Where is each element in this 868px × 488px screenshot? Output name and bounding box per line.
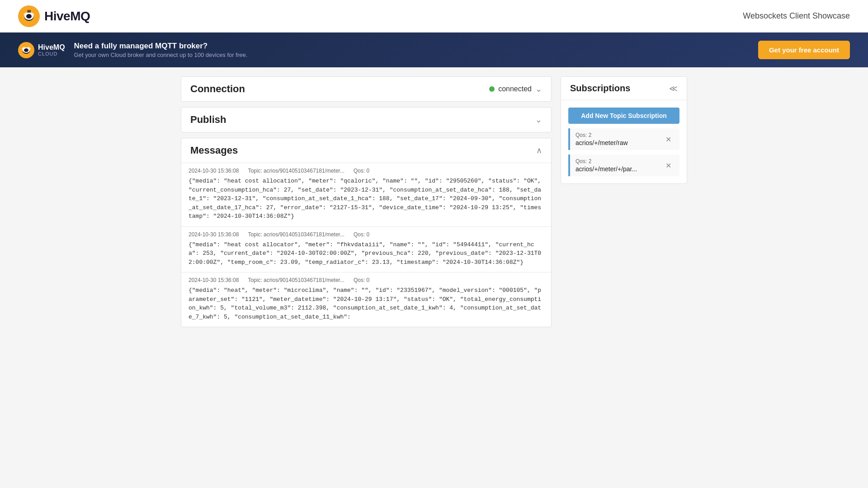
logo-area: HiveMQ — [18, 5, 90, 27]
subscriptions-header: Subscriptions ≪ — [561, 77, 687, 100]
add-subscription-button[interactable]: Add New Topic Subscription — [568, 108, 679, 124]
message-body: {"media": "heat cost allocator", "meter"… — [189, 240, 544, 267]
left-column: Connection connected ⌄ Publish ⌄ Message… — [181, 76, 552, 327]
message-qos: Qos: 0 — [354, 231, 369, 238]
subscriptions-chevron-icon[interactable]: ≪ — [669, 84, 678, 94]
publish-title: Publish — [190, 114, 226, 126]
message-timestamp: 2024-10-30 15:36:08 — [189, 168, 239, 174]
subscription-topic: acrios/+/meter/+/par... — [576, 165, 637, 173]
connection-section: Connection connected ⌄ — [181, 76, 552, 102]
banner-logo: HiveMQ CLOUD — [18, 42, 65, 58]
message-topic: Topic: acrios/901405103467181/meter... — [248, 231, 344, 238]
connection-title: Connection — [190, 83, 245, 95]
message-topic: Topic: acrios/901405103467181/meter... — [248, 168, 344, 174]
subscription-topic: acrios/+/meter/raw — [576, 139, 628, 146]
message-meta: 2024-10-30 15:36:08 Topic: acrios/901405… — [189, 231, 544, 238]
svg-rect-7 — [29, 10, 31, 13]
banner-logo-sub: CLOUD — [38, 51, 65, 56]
message-body: {"media": "heat", "meter": "microclima",… — [189, 286, 544, 321]
hivemq-logo-icon — [18, 5, 40, 27]
message-meta: 2024-10-30 15:36:08 Topic: acrios/901405… — [189, 168, 544, 174]
subscription-info: Qos: 2 acrios/+/meter/+/par... — [576, 158, 637, 173]
message-meta: 2024-10-30 15:36:08 Topic: acrios/901405… — [189, 277, 544, 283]
subscription-item: Qos: 2 acrios/+/meter/raw ✕ — [568, 128, 679, 150]
messages-chevron-icon[interactable]: ∧ — [536, 145, 542, 155]
message-item: 2024-10-30 15:36:08 Topic: acrios/901405… — [181, 227, 551, 273]
message-qos: Qos: 0 — [354, 277, 369, 283]
app-title: Websockets Client Showcase — [743, 11, 850, 21]
subscription-qos: Qos: 2 — [576, 132, 628, 138]
promo-banner: HiveMQ CLOUD Need a fully managed MQTT b… — [0, 33, 868, 67]
message-timestamp: 2024-10-30 15:36:08 — [189, 231, 239, 238]
banner-logo-text-area: HiveMQ CLOUD — [38, 43, 65, 57]
status-dot-icon — [489, 86, 495, 92]
banner-bee-icon — [18, 42, 34, 58]
connection-status: connected ⌄ — [489, 84, 542, 94]
app-header: HiveMQ Websockets Client Showcase — [0, 0, 868, 33]
message-qos: Qos: 0 — [354, 168, 369, 174]
svg-rect-6 — [28, 10, 29, 13]
banner-subtitle: Get your own Cloud broker and connect up… — [74, 52, 749, 58]
subscriptions-section: Subscriptions ≪ Add New Topic Subscripti… — [561, 76, 687, 184]
messages-section: Messages ∧ 2024-10-30 15:36:08 Topic: ac… — [181, 138, 552, 327]
messages-title: Messages — [190, 145, 238, 156]
message-topic: Topic: acrios/901405103467181/meter... — [248, 277, 344, 283]
subscription-qos: Qos: 2 — [576, 158, 637, 164]
banner-logo-name: HiveMQ — [38, 43, 65, 52]
publish-chevron-icon[interactable]: ⌄ — [535, 115, 542, 125]
banner-title: Need a fully managed MQTT broker? — [74, 42, 749, 51]
status-text: connected — [498, 85, 532, 93]
logo-text: HiveMQ — [44, 9, 90, 23]
message-item: 2024-10-30 15:36:08 Topic: acrios/901405… — [181, 272, 551, 327]
right-column: Subscriptions ≪ Add New Topic Subscripti… — [561, 76, 687, 327]
connection-header: Connection connected ⌄ — [181, 77, 551, 101]
main-layout: Connection connected ⌄ Publish ⌄ Message… — [172, 67, 696, 336]
subscriptions-title: Subscriptions — [570, 83, 630, 94]
subscription-remove-button[interactable]: ✕ — [663, 160, 674, 171]
messages-header: Messages ∧ — [181, 138, 551, 163]
subscription-remove-button[interactable]: ✕ — [663, 134, 674, 145]
subscriptions-body: Add New Topic Subscription Qos: 2 acrios… — [561, 100, 687, 183]
publish-section[interactable]: Publish ⌄ — [181, 107, 552, 132]
connection-chevron-icon[interactable]: ⌄ — [535, 84, 542, 94]
message-item: 2024-10-30 15:36:08 Topic: acrios/901405… — [181, 163, 551, 227]
subscription-info: Qos: 2 acrios/+/meter/raw — [576, 132, 628, 146]
get-free-account-button[interactable]: Get your free account — [758, 41, 850, 59]
banner-content: Need a fully managed MQTT broker? Get yo… — [74, 42, 749, 58]
message-timestamp: 2024-10-30 15:36:08 — [189, 277, 239, 283]
message-body: {"media": "heat cost allocation", "meter… — [189, 177, 544, 221]
message-list: 2024-10-30 15:36:08 Topic: acrios/901405… — [181, 163, 551, 327]
subscription-item: Qos: 2 acrios/+/meter/+/par... ✕ — [568, 155, 679, 176]
